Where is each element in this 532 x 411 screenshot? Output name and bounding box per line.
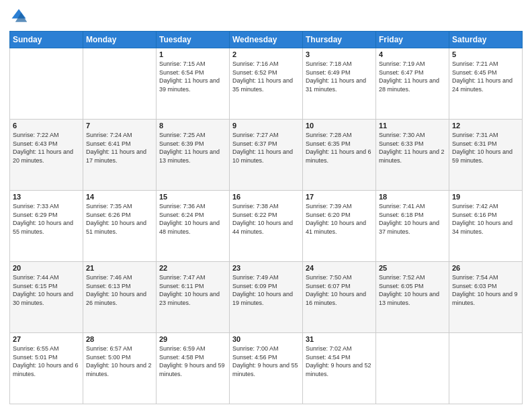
cell-sunrise: Sunrise: 7:21 AMSunset: 6:45 PMDaylight:…: [452, 60, 513, 93]
calendar-cell: 1 Sunrise: 7:15 AMSunset: 6:54 PMDayligh…: [157, 48, 230, 120]
cell-sunrise: Sunrise: 7:42 AMSunset: 6:16 PMDaylight:…: [452, 203, 513, 235]
cell-sunrise: Sunrise: 7:28 AMSunset: 6:35 PMDaylight:…: [306, 132, 371, 164]
cell-day-number: 5: [452, 50, 519, 58]
cell-sunrise: Sunrise: 6:59 AMSunset: 4:58 PMDaylight:…: [159, 345, 225, 377]
cell-day-number: 3: [306, 50, 373, 58]
cell-day-number: 27: [13, 335, 80, 343]
cell-day-number: 20: [13, 264, 80, 272]
cell-day-number: 28: [86, 335, 153, 343]
cell-sunrise: Sunrise: 7:30 AMSunset: 6:33 PMDaylight:…: [379, 132, 445, 164]
cell-sunrise: Sunrise: 7:52 AMSunset: 6:05 PMDaylight:…: [379, 274, 439, 306]
day-header-sunday: Sunday: [10, 32, 83, 48]
cell-sunrise: Sunrise: 7:15 AMSunset: 6:54 PMDaylight:…: [159, 60, 220, 93]
cell-day-number: 4: [379, 50, 446, 58]
cell-day-number: 21: [86, 264, 153, 272]
cell-sunrise: Sunrise: 7:44 AMSunset: 6:15 PMDaylight:…: [13, 274, 73, 306]
cell-sunrise: Sunrise: 7:47 AMSunset: 6:11 PMDaylight:…: [159, 274, 220, 306]
calendar-cell: 31 Sunrise: 7:02 AMSunset: 4:54 PMDaylig…: [303, 333, 376, 404]
cell-day-number: 16: [232, 193, 300, 201]
calendar-cell: 6 Sunrise: 7:22 AMSunset: 6:43 PMDayligh…: [10, 120, 83, 191]
cell-sunrise: Sunrise: 7:36 AMSunset: 6:24 PMDaylight:…: [159, 203, 220, 235]
calendar-cell: 28 Sunrise: 6:57 AMSunset: 5:00 PMDaylig…: [83, 333, 157, 404]
calendar-cell: [376, 333, 449, 404]
calendar-cell: [449, 333, 523, 404]
calendar-week-1: 1 Sunrise: 7:15 AMSunset: 6:54 PMDayligh…: [10, 48, 523, 120]
cell-day-number: 30: [232, 335, 300, 343]
calendar-cell: 7 Sunrise: 7:24 AMSunset: 6:41 PMDayligh…: [83, 120, 157, 191]
cell-sunrise: Sunrise: 7:02 AMSunset: 4:54 PMDaylight:…: [306, 345, 371, 377]
calendar-cell: 20 Sunrise: 7:44 AMSunset: 6:15 PMDaylig…: [10, 262, 83, 333]
cell-sunrise: Sunrise: 7:39 AMSunset: 6:20 PMDaylight:…: [306, 203, 366, 235]
logo-icon: [9, 7, 28, 26]
calendar-cell: [10, 48, 83, 120]
calendar-week-2: 6 Sunrise: 7:22 AMSunset: 6:43 PMDayligh…: [10, 120, 523, 191]
cell-day-number: 25: [379, 264, 446, 272]
cell-day-number: 14: [86, 193, 153, 201]
calendar-header-row: SundayMondayTuesdayWednesdayThursdayFrid…: [10, 32, 523, 48]
calendar-cell: 25 Sunrise: 7:52 AMSunset: 6:05 PMDaylig…: [376, 262, 449, 333]
calendar-cell: 14 Sunrise: 7:35 AMSunset: 6:26 PMDaylig…: [83, 191, 157, 262]
cell-day-number: 7: [86, 122, 153, 130]
calendar-cell: 22 Sunrise: 7:47 AMSunset: 6:11 PMDaylig…: [157, 262, 230, 333]
cell-day-number: 15: [159, 193, 226, 201]
calendar-cell: 29 Sunrise: 6:59 AMSunset: 4:58 PMDaylig…: [157, 333, 230, 404]
calendar-week-3: 13 Sunrise: 7:33 AMSunset: 6:29 PMDaylig…: [10, 191, 523, 262]
cell-sunrise: Sunrise: 7:18 AMSunset: 6:49 PMDaylight:…: [306, 60, 366, 93]
page: SundayMondayTuesdayWednesdayThursdayFrid…: [0, 0, 532, 411]
calendar-cell: 23 Sunrise: 7:49 AMSunset: 6:09 PMDaylig…: [230, 262, 303, 333]
day-header-thursday: Thursday: [303, 32, 376, 48]
cell-day-number: 13: [13, 193, 80, 201]
cell-sunrise: Sunrise: 7:27 AMSunset: 6:37 PMDaylight:…: [232, 132, 293, 164]
cell-sunrise: Sunrise: 7:25 AMSunset: 6:39 PMDaylight:…: [159, 132, 220, 164]
calendar-cell: 11 Sunrise: 7:30 AMSunset: 6:33 PMDaylig…: [376, 120, 449, 191]
calendar-cell: 26 Sunrise: 7:54 AMSunset: 6:03 PMDaylig…: [449, 262, 523, 333]
calendar-cell: 5 Sunrise: 7:21 AMSunset: 6:45 PMDayligh…: [449, 48, 523, 120]
calendar-cell: 3 Sunrise: 7:18 AMSunset: 6:49 PMDayligh…: [303, 48, 376, 120]
cell-day-number: 19: [452, 193, 519, 201]
cell-sunrise: Sunrise: 7:33 AMSunset: 6:29 PMDaylight:…: [13, 203, 73, 235]
cell-day-number: 1: [159, 50, 226, 58]
calendar-cell: 9 Sunrise: 7:27 AMSunset: 6:37 PMDayligh…: [230, 120, 303, 191]
cell-sunrise: Sunrise: 6:57 AMSunset: 5:00 PMDaylight:…: [86, 345, 152, 377]
day-header-wednesday: Wednesday: [230, 32, 303, 48]
calendar-cell: 15 Sunrise: 7:36 AMSunset: 6:24 PMDaylig…: [157, 191, 230, 262]
cell-sunrise: Sunrise: 7:46 AMSunset: 6:13 PMDaylight:…: [86, 274, 146, 306]
cell-sunrise: Sunrise: 7:35 AMSunset: 6:26 PMDaylight:…: [86, 203, 146, 235]
day-header-tuesday: Tuesday: [157, 32, 230, 48]
cell-sunrise: Sunrise: 7:49 AMSunset: 6:09 PMDaylight:…: [232, 274, 293, 306]
cell-sunrise: Sunrise: 7:50 AMSunset: 6:07 PMDaylight:…: [306, 274, 366, 306]
calendar-cell: 30 Sunrise: 7:00 AMSunset: 4:56 PMDaylig…: [230, 333, 303, 404]
calendar-cell: 19 Sunrise: 7:42 AMSunset: 6:16 PMDaylig…: [449, 191, 523, 262]
cell-sunrise: Sunrise: 7:00 AMSunset: 4:56 PMDaylight:…: [232, 345, 298, 377]
cell-sunrise: Sunrise: 7:38 AMSunset: 6:22 PMDaylight:…: [232, 203, 293, 235]
calendar-cell: [83, 48, 157, 120]
cell-day-number: 11: [379, 122, 446, 130]
cell-day-number: 12: [452, 122, 519, 130]
cell-sunrise: Sunrise: 7:41 AMSunset: 6:18 PMDaylight:…: [379, 203, 439, 235]
header: [9, 7, 523, 26]
calendar-cell: 2 Sunrise: 7:16 AMSunset: 6:52 PMDayligh…: [230, 48, 303, 120]
day-header-saturday: Saturday: [449, 32, 523, 48]
cell-day-number: 9: [232, 122, 300, 130]
calendar-cell: 27 Sunrise: 6:55 AMSunset: 5:01 PMDaylig…: [10, 333, 83, 404]
cell-sunrise: Sunrise: 7:24 AMSunset: 6:41 PMDaylight:…: [86, 132, 146, 164]
cell-day-number: 22: [159, 264, 226, 272]
cell-day-number: 2: [232, 50, 300, 58]
cell-day-number: 17: [306, 193, 373, 201]
cell-day-number: 29: [159, 335, 226, 343]
cell-day-number: 26: [452, 264, 519, 272]
cell-day-number: 10: [306, 122, 373, 130]
cell-sunrise: Sunrise: 7:54 AMSunset: 6:03 PMDaylight:…: [452, 274, 518, 306]
logo: [9, 7, 31, 26]
calendar-cell: 8 Sunrise: 7:25 AMSunset: 6:39 PMDayligh…: [157, 120, 230, 191]
calendar-cell: 4 Sunrise: 7:19 AMSunset: 6:47 PMDayligh…: [376, 48, 449, 120]
cell-day-number: 31: [306, 335, 373, 343]
calendar-cell: 12 Sunrise: 7:31 AMSunset: 6:31 PMDaylig…: [449, 120, 523, 191]
cell-day-number: 6: [13, 122, 80, 130]
calendar-cell: 17 Sunrise: 7:39 AMSunset: 6:20 PMDaylig…: [303, 191, 376, 262]
cell-day-number: 18: [379, 193, 446, 201]
calendar-cell: 21 Sunrise: 7:46 AMSunset: 6:13 PMDaylig…: [83, 262, 157, 333]
cell-sunrise: Sunrise: 7:22 AMSunset: 6:43 PMDaylight:…: [13, 132, 73, 164]
day-header-friday: Friday: [376, 32, 449, 48]
calendar-cell: 13 Sunrise: 7:33 AMSunset: 6:29 PMDaylig…: [10, 191, 83, 262]
